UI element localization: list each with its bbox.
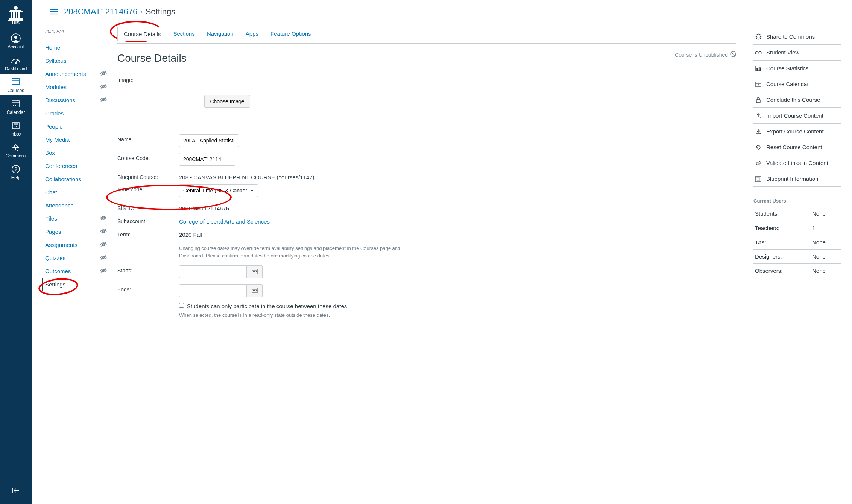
- right-sidebar: Share to CommonsStudent ViewCourse Stati…: [747, 22, 843, 321]
- action-reset[interactable]: Reset Course Content: [753, 139, 841, 155]
- nav-help[interactable]: ? Help: [0, 161, 32, 183]
- course-nav-discussions[interactable]: Discussions: [42, 94, 98, 107]
- action-blueprint[interactable]: Blueprint Information: [753, 171, 841, 186]
- course-code-input[interactable]: [179, 153, 235, 166]
- nav-dashboard[interactable]: Dashboard: [0, 52, 32, 74]
- course-nav-settings[interactable]: Settings: [42, 278, 111, 291]
- svg-rect-27: [12, 123, 19, 129]
- tab-sections[interactable]: Sections: [167, 27, 201, 41]
- action-export[interactable]: Export Course Content: [753, 124, 841, 139]
- svg-rect-58: [256, 271, 257, 272]
- svg-rect-24: [17, 104, 18, 104]
- nav-account[interactable]: Account: [0, 30, 32, 52]
- calendar-icon: [252, 268, 258, 275]
- user-row: Designers:None: [753, 250, 841, 264]
- course-nav-announcements[interactable]: Announcements: [42, 67, 98, 80]
- svg-rect-7: [9, 18, 23, 20]
- dashboard-icon: [11, 55, 21, 65]
- action-validate[interactable]: Validate Links in Content: [753, 155, 841, 171]
- restrict-dates-label: Students can only participate in the cou…: [187, 303, 347, 309]
- course-nav-quizzes[interactable]: Quizzes: [42, 251, 98, 265]
- commons-icon: [11, 142, 20, 153]
- course-term-label: 2020 Fall: [45, 29, 111, 34]
- svg-rect-22: [13, 104, 14, 104]
- nav-inbox[interactable]: Inbox: [0, 117, 32, 139]
- choose-image-button[interactable]: Choose Image: [204, 95, 250, 108]
- svg-text:?: ?: [14, 166, 17, 172]
- hamburger-menu-button[interactable]: [50, 9, 58, 15]
- svg-rect-62: [254, 290, 255, 291]
- course-nav-files[interactable]: Files: [42, 212, 98, 225]
- tab-apps[interactable]: Apps: [240, 27, 264, 41]
- course-nav-conferences[interactable]: Conferences: [42, 159, 111, 173]
- date-help-text: Changing course dates may override term …: [179, 245, 420, 259]
- subaccount-label: Subaccount:: [117, 216, 179, 224]
- course-nav-attendance[interactable]: Attendance: [42, 199, 111, 212]
- page-title: Course Details: [117, 52, 736, 64]
- ends-calendar-button[interactable]: [247, 284, 263, 297]
- subaccount-link[interactable]: College of Liberal Arts and Sciences: [179, 218, 270, 225]
- action-course-calendar[interactable]: 3Course Calendar: [753, 76, 841, 92]
- name-label: Name:: [117, 134, 179, 142]
- svg-rect-6: [18, 12, 20, 18]
- svg-text:UIS: UIS: [12, 20, 20, 25]
- action-course-stats[interactable]: Course Statistics: [753, 61, 841, 76]
- course-nav-modules[interactable]: Modules: [42, 80, 98, 94]
- course-nav-collaborations[interactable]: Collaborations: [42, 173, 111, 186]
- action-share-commons[interactable]: Share to Commons: [753, 29, 841, 44]
- image-label: Image:: [117, 75, 179, 83]
- svg-rect-4: [13, 12, 15, 18]
- timezone-select[interactable]: Central Time (US & Canada) (: [179, 184, 258, 197]
- course-nav-outcomes[interactable]: Outcomes: [42, 265, 98, 278]
- tab-feature-options[interactable]: Feature Options: [264, 27, 317, 41]
- svg-point-11: [14, 36, 17, 39]
- tz-label: Time Zone:: [117, 184, 179, 192]
- breadcrumb-current: Settings: [146, 7, 176, 17]
- nav-calendar[interactable]: Calendar: [0, 95, 32, 117]
- course-name-input[interactable]: [179, 134, 239, 147]
- term-field-label: Term:: [117, 229, 179, 238]
- calendar-icon: [252, 287, 258, 294]
- breadcrumb-course-link[interactable]: 208CMAT12114676: [64, 7, 137, 17]
- svg-rect-2: [9, 11, 23, 12]
- tab-course-details[interactable]: Course Details: [117, 27, 167, 41]
- course-nav-syllabus[interactable]: Syllabus: [42, 54, 111, 67]
- course-nav-pages[interactable]: Pages: [42, 225, 98, 238]
- tab-navigation[interactable]: Navigation: [201, 27, 240, 41]
- courses-icon: [11, 77, 21, 87]
- download-icon: [755, 129, 762, 135]
- nav-commons[interactable]: Commons: [0, 139, 32, 161]
- action-student-view[interactable]: Student View: [753, 45, 841, 60]
- course-nav-grades[interactable]: Grades: [42, 107, 111, 120]
- starts-input[interactable]: [179, 265, 247, 278]
- nav-courses[interactable]: Courses: [0, 74, 32, 95]
- user-row: Students:None: [753, 207, 841, 221]
- institution-logo[interactable]: UIS: [6, 5, 26, 26]
- course-nav-home[interactable]: Home: [42, 41, 111, 54]
- collapse-nav-button[interactable]: [0, 482, 32, 499]
- starts-calendar-button[interactable]: [247, 265, 263, 278]
- svg-rect-70: [758, 67, 759, 71]
- calendar-icon: 3: [755, 81, 762, 87]
- action-import[interactable]: Import Course Content: [753, 108, 841, 123]
- svg-rect-63: [256, 290, 257, 291]
- svg-rect-61: [253, 290, 254, 291]
- ends-input[interactable]: [179, 284, 247, 297]
- course-nav-my-media[interactable]: My Media: [42, 133, 111, 146]
- course-nav-chat[interactable]: Chat: [42, 186, 111, 199]
- settings-tabs: Course DetailsSectionsNavigationAppsFeat…: [117, 27, 736, 41]
- code-label: Course Code:: [117, 153, 179, 161]
- unpublished-icon: [730, 51, 736, 58]
- course-nav-assignments[interactable]: Assignments: [42, 238, 98, 251]
- restrict-dates-checkbox[interactable]: [179, 303, 184, 308]
- course-image-dropzone[interactable]: Choose Image: [179, 75, 275, 128]
- course-nav-people[interactable]: People: [42, 120, 111, 133]
- course-nav-box[interactable]: Box: [42, 146, 111, 159]
- action-conclude[interactable]: Conclude this Course: [753, 92, 841, 107]
- svg-rect-25: [13, 105, 14, 106]
- main-content: 208CMAT12114676 › Settings 2020 Fall Hom…: [32, 0, 852, 504]
- svg-rect-77: [757, 177, 760, 180]
- hidden-icon: [100, 97, 107, 103]
- svg-rect-26: [15, 105, 16, 106]
- settings-panel: Course DetailsSectionsNavigationAppsFeat…: [111, 22, 747, 321]
